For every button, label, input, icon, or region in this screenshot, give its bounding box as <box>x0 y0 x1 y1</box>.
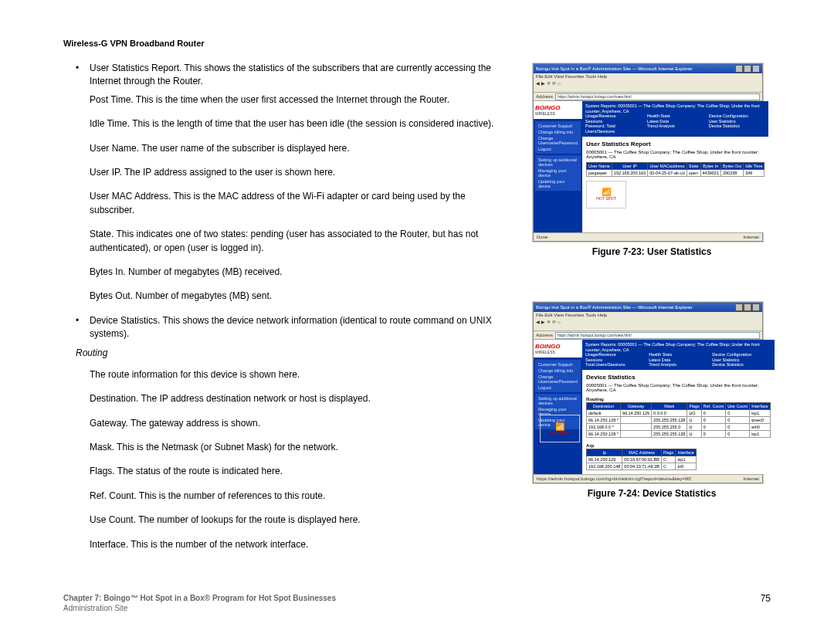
toolbar-icons[interactable]: ◀ ▶ ✕ ⟳ ⌂ <box>536 319 760 327</box>
home-icon[interactable]: ⌂ <box>558 320 561 326</box>
wifi-icon: 📶 <box>602 188 611 196</box>
r-mask: Mask. This is the Netmask (or Subnet Mas… <box>76 441 508 454</box>
figure-caption-24: Figure 7-24: Device Statistics <box>533 488 771 499</box>
address-input[interactable]: https://admin.hotspot.boingo.com/view.ht… <box>555 93 760 100</box>
back-icon[interactable]: ◀ <box>536 320 540 326</box>
sub-idle-time: Idle Time. This is the length of time th… <box>76 117 508 130</box>
sub-post-time: Post Time. This is the time when the use… <box>76 93 508 107</box>
main-panel: System Reports: 00005001 — The Coffee Sh… <box>582 340 774 474</box>
col-state: State <box>687 162 700 169</box>
col-username: User Name <box>587 162 612 169</box>
refresh-icon[interactable]: ⟳ <box>552 320 556 326</box>
routing-table: Destination Gateway Mask Flags Ref. Coun… <box>586 402 770 438</box>
refresh-icon[interactable]: ⟳ <box>552 81 556 87</box>
browser-toolbar: File Edit View Favorites Tools Help ◀ ▶ … <box>534 73 762 93</box>
address-bar: Address https://admin.hotspot.boingo.com… <box>534 331 762 340</box>
col-bytesin: Bytes In <box>700 162 720 169</box>
status-left: Done <box>537 235 548 239</box>
figure-7-24: Boingo Hot Spot in a Box® Administration… <box>533 302 771 499</box>
window-titlebar: Boingo Hot Spot in a Box® Administration… <box>534 303 762 312</box>
back-icon[interactable]: ◀ <box>536 81 540 87</box>
main-panel: System Reports: 00005001 — The Coffee Sh… <box>582 101 768 232</box>
figure-7-23: Boingo Hot Spot in a Box® Administration… <box>533 63 771 257</box>
table-row: 192.168.200.14800:04:23:71:A9:2BCbr0 <box>587 463 697 469</box>
table-row: 192.168.0.0 *255.255.255.0U00eth0 <box>587 423 770 430</box>
sub-user-mac: User MAC Address. This is the MAC addres… <box>76 190 508 217</box>
close-icon[interactable] <box>752 65 760 73</box>
stop-icon[interactable]: ✕ <box>547 320 551 326</box>
table-row: 66.14.250.128 *255.255.255.128U00ipsec0 <box>587 416 770 423</box>
figures-column: Boingo Hot Spot in a Box® Administration… <box>533 63 771 544</box>
col-idle: Idle Time <box>744 162 764 169</box>
minimize-icon[interactable] <box>735 303 743 311</box>
user-stats-table: User Name User IP User MACaddress State … <box>586 162 764 177</box>
menu-bar[interactable]: File Edit View Favorites Tools Help <box>536 74 760 80</box>
routing-heading: Routing <box>76 347 508 360</box>
bullet-device-stats: Device Statistics. This shows the device… <box>76 314 508 341</box>
footer-sub: Administration Site <box>63 604 127 612</box>
arp-label: Arp <box>582 442 774 449</box>
r-usecount: Use Count. The number of lookups for the… <box>76 514 508 527</box>
top-banner: System Reports: 00005001 — The Coffee Sh… <box>582 101 768 137</box>
r-gateway: Gateway. The gateway address is shown. <box>76 417 508 430</box>
screenshot-user-stats: Boingo Hot Spot in a Box® Administration… <box>533 63 763 242</box>
status-right: Internet <box>744 476 759 481</box>
maximize-icon[interactable] <box>744 303 751 311</box>
brand-logo: BOINGO WIRELESS <box>534 340 582 358</box>
status-left: https://admin.hotspot.boingo.com/cgi-bin… <box>537 476 691 481</box>
hotspot-badge: 📶 HOT SPOT <box>540 415 580 442</box>
address-label: Address <box>536 333 553 337</box>
sidebar-section[interactable]: Customer Support Change billing info Cha… <box>535 360 581 392</box>
brand-logo: BOINGO WIRELESS <box>534 101 582 119</box>
toolbar-icons[interactable]: ◀ ▶ ✕ ⟳ ⌂ <box>536 80 760 88</box>
sidebar-section[interactable]: Customer Support Change billing info Cha… <box>535 121 581 154</box>
browser-toolbar: File Edit View Favorites Tools Help ◀ ▶ … <box>534 312 762 331</box>
r-interface: Interface. This is the number of the net… <box>76 538 508 551</box>
forward-icon[interactable]: ▶ <box>541 81 545 87</box>
forward-icon[interactable]: ▶ <box>541 320 545 326</box>
sidebar-section-2[interactable]: Setting up additional devices Managing y… <box>535 155 581 191</box>
minimize-icon[interactable] <box>735 65 743 73</box>
footer-chapter: Chapter 7: Boingo™ Hot Spot in a Box® Pr… <box>63 594 336 602</box>
report-subtitle: 00005001 — The Coffee Shop Company; The … <box>582 383 774 395</box>
status-bar: Done Internet <box>534 232 762 241</box>
admin-sidebar: BOINGO WIRELESS Customer Support Change … <box>534 340 582 474</box>
arp-table: Ip MAC Address Flags Interface 66.14.250… <box>586 449 697 470</box>
stop-icon[interactable]: ✕ <box>547 81 551 87</box>
sub-bytes-out: Bytes Out. Number of megabytes (MB) sent… <box>76 290 508 303</box>
table-row: 66.14.250.12900:10:67:00:91:BBCisp1 <box>587 456 697 463</box>
address-label: Address <box>536 94 553 99</box>
screenshot-device-stats: Boingo Hot Spot in a Box® Administration… <box>533 302 763 483</box>
sub-user-ip: User IP. The IP address assigned to the … <box>76 166 508 179</box>
figure-caption-23: Figure 7-23: User Statistics <box>533 246 771 257</box>
col-userip: User IP <box>612 162 647 169</box>
r-destination: Destination. The IP address destination … <box>76 392 508 405</box>
close-icon[interactable] <box>752 303 760 311</box>
bullet-user-stats: User Statistics Report. This shows the s… <box>76 62 508 89</box>
r-flags: Flags. The status of the route is indica… <box>76 465 508 478</box>
r-refcount: Ref. Count. This is the number of refere… <box>76 490 508 503</box>
wifi-icon: 📶 <box>555 422 564 431</box>
main-text-column: User Statistics Report. This shows the s… <box>76 62 508 562</box>
maximize-icon[interactable] <box>744 65 751 73</box>
col-bytesout: Bytes Out <box>720 162 743 169</box>
r-intro: The route information for this device is… <box>76 368 508 381</box>
menu-bar[interactable]: File Edit View Favorites Tools Help <box>536 313 760 319</box>
routing-label: Routing <box>582 395 774 402</box>
top-banner: System Reports: 00005001 — The Coffee Sh… <box>582 340 774 370</box>
address-input[interactable]: https://admin.hotspot.boingo.com/view.ht… <box>555 332 760 339</box>
status-right: Internet <box>744 235 759 239</box>
table-row: default66.14.250.1290.0.0.0UG00isp1 <box>587 409 770 416</box>
window-title: Boingo Hot Spot in a Box® Administration… <box>536 66 735 71</box>
table-row: joegasper 192.168.200.163 00-04-25-67-ab… <box>587 169 764 176</box>
admin-sidebar: BOINGO WIRELESS Customer Support Change … <box>534 101 582 232</box>
window-title: Boingo Hot Spot in a Box® Administration… <box>536 305 735 310</box>
sub-bytes-in: Bytes In. Number of megabytes (MB) recei… <box>76 266 508 279</box>
col-usermac: User MACaddress <box>648 162 687 169</box>
report-title: Device Statistics <box>582 370 774 383</box>
status-bar: https://admin.hotspot.boingo.com/cgi-bin… <box>534 474 762 483</box>
page-header: Wireless-G VPN Broadband Router <box>63 39 205 48</box>
sub-user-name: User Name. The user name of the subscrib… <box>76 142 508 155</box>
hotspot-badge: 📶 HOT SPOT <box>586 181 626 208</box>
home-icon[interactable]: ⌂ <box>558 81 561 87</box>
